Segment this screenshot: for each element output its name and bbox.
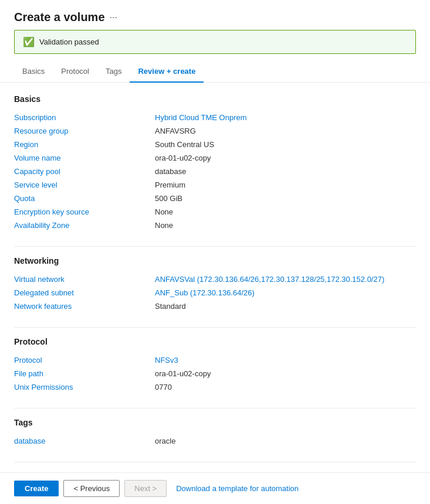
tags-section: Tags database oracle [14, 418, 416, 448]
value-file-path: ora-01-u02-copy [155, 369, 211, 378]
label-protocol: Protocol [14, 356, 155, 365]
field-availability-zone: Availability Zone None [14, 219, 416, 232]
divider-2 [14, 327, 416, 328]
tab-tags[interactable]: Tags [97, 61, 130, 83]
page-title: Create a volume [14, 11, 105, 24]
field-protocol: Protocol NFSv3 [14, 353, 416, 367]
value-protocol: NFSv3 [155, 356, 178, 365]
tab-protocol[interactable]: Protocol [53, 61, 97, 83]
next-button: Next > [124, 480, 167, 497]
field-service-level: Service level Premium [14, 178, 416, 192]
value-volume-name: ora-01-u02-copy [155, 154, 211, 162]
tags-section-title: Tags [14, 418, 416, 427]
divider-1 [14, 246, 416, 247]
tab-review-create[interactable]: Review + create [130, 61, 204, 83]
basics-section-title: Basics [14, 94, 416, 104]
label-unix-permissions: Unix Permissions [14, 383, 155, 391]
protocol-section-title: Protocol [14, 337, 416, 346]
field-unix-permissions: Unix Permissions 0770 [14, 380, 416, 394]
label-encryption-key-source: Encryption key source [14, 207, 155, 216]
field-capacity-pool: Capacity pool database [14, 165, 416, 178]
value-region: South Central US [155, 140, 214, 149]
validation-banner: ✅ Validation passed [14, 30, 416, 54]
field-virtual-network: Virtual network ANFAVSVal (172.30.136.64… [14, 273, 416, 286]
networking-section: Networking Virtual network ANFAVSVal (17… [14, 256, 416, 313]
field-subscription: Subscription Hybrid Cloud TME Onprem [14, 111, 416, 124]
networking-section-title: Networking [14, 256, 416, 265]
field-region: Region South Central US [14, 138, 416, 151]
label-tag-database: database [14, 437, 155, 445]
value-tag-database: oracle [155, 437, 175, 445]
label-service-level: Service level [14, 181, 155, 189]
field-file-path: File path ora-01-u02-copy [14, 367, 416, 380]
value-delegated-subnet: ANF_Sub (172.30.136.64/26) [155, 288, 255, 297]
label-quota: Quota [14, 194, 155, 203]
tab-basics[interactable]: Basics [14, 61, 53, 83]
field-resource-group: Resource group ANFAVSRG [14, 124, 416, 138]
divider-3 [14, 408, 416, 408]
label-delegated-subnet: Delegated subnet [14, 288, 155, 297]
label-subscription: Subscription [14, 113, 155, 122]
value-quota: 500 GiB [155, 194, 182, 203]
value-availability-zone: None [155, 221, 173, 230]
validation-check-icon: ✅ [23, 36, 35, 47]
field-volume-name: Volume name ora-01-u02-copy [14, 151, 416, 165]
previous-button[interactable]: < Previous [63, 480, 120, 497]
validation-text: Validation passed [39, 38, 99, 46]
create-button[interactable]: Create [14, 481, 59, 496]
basics-section: Basics Subscription Hybrid Cloud TME Onp… [14, 94, 416, 232]
tab-bar: Basics Protocol Tags Review + create [0, 61, 430, 83]
automation-template-link[interactable]: Download a template for automation [176, 484, 299, 493]
value-service-level: Premium [155, 181, 185, 189]
label-virtual-network: Virtual network [14, 275, 155, 284]
field-network-features: Network features Standard [14, 299, 416, 313]
value-encryption-key-source: None [155, 207, 173, 216]
label-availability-zone: Availability Zone [14, 221, 155, 230]
field-delegated-subnet: Delegated subnet ANF_Sub (172.30.136.64/… [14, 286, 416, 299]
field-quota: Quota 500 GiB [14, 192, 416, 205]
value-unix-permissions: 0770 [155, 383, 172, 391]
footer-bar: Create < Previous Next > Download a temp… [0, 472, 430, 504]
label-resource-group: Resource group [14, 127, 155, 135]
divider-4 [14, 462, 416, 462]
value-network-features: Standard [155, 302, 186, 311]
value-virtual-network: ANFAVSVal (172.30.136.64/26,172.30.137.1… [155, 275, 384, 284]
field-encryption-key-source: Encryption key source None [14, 205, 416, 219]
value-resource-group: ANFAVSRG [155, 127, 196, 135]
label-region: Region [14, 140, 155, 149]
label-file-path: File path [14, 369, 155, 378]
label-capacity-pool: Capacity pool [14, 167, 155, 176]
more-options-icon[interactable]: ··· [110, 12, 117, 23]
value-subscription: Hybrid Cloud TME Onprem [155, 113, 247, 122]
value-capacity-pool: database [155, 167, 187, 176]
label-network-features: Network features [14, 302, 155, 311]
label-volume-name: Volume name [14, 154, 155, 162]
protocol-section: Protocol Protocol NFSv3 File path ora-01… [14, 337, 416, 394]
field-tag-database: database oracle [14, 434, 416, 448]
